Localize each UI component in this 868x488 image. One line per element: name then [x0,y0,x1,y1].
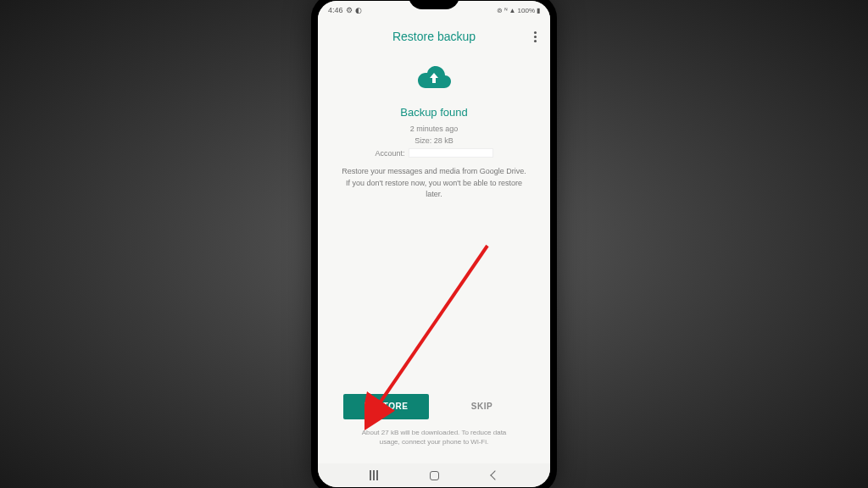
status-icon: ◐ [355,6,362,14]
phone-screen: 4:46 ⚙ ◐ ⊚ ᴺ ▲ 100% ▮ Restore backup [318,1,550,487]
account-value-redacted [409,148,493,158]
nav-home-button[interactable] [430,471,439,480]
account-row: Account: [375,148,492,158]
backup-meta: 2 minutes ago Size: 28 kB [410,124,459,147]
status-cast-icon: ⊚ [497,7,503,14]
app-header: Restore backup [318,19,550,50]
restore-button[interactable]: RESTORE [343,394,429,419]
backup-found-title: Backup found [400,106,468,119]
status-wifi-icon: ▲ [509,7,516,14]
action-button-row: RESTORE SKIP [335,394,533,419]
status-time: 4:46 [328,6,343,14]
phone-notch [409,0,459,9]
nav-recent-button[interactable] [370,470,378,480]
overflow-menu-button[interactable] [534,31,537,42]
main-content: Backup found 2 minutes ago Size: 28 kB A… [318,50,550,463]
skip-button[interactable]: SKIP [439,394,525,419]
backup-time: 2 minutes ago [410,124,459,136]
status-battery: 100% [518,7,535,14]
android-nav-bar [318,463,550,487]
status-battery-icon: ▮ [537,7,540,14]
phone-frame: 4:46 ⚙ ◐ ⊚ ᴺ ▲ 100% ▮ Restore backup [311,0,557,488]
restore-description: Restore your messages and media from Goo… [335,166,533,201]
nav-back-button[interactable] [490,470,499,480]
cloud-upload-icon [415,65,453,96]
backup-size: Size: 28 kB [410,136,459,147]
account-label: Account: [375,149,404,158]
status-nfc-icon: ᴺ [504,7,508,14]
data-usage-note: About 27 kB will be downloaded. To reduc… [335,428,533,455]
page-title: Restore backup [392,30,476,43]
status-settings-icon: ⚙ [346,6,353,14]
